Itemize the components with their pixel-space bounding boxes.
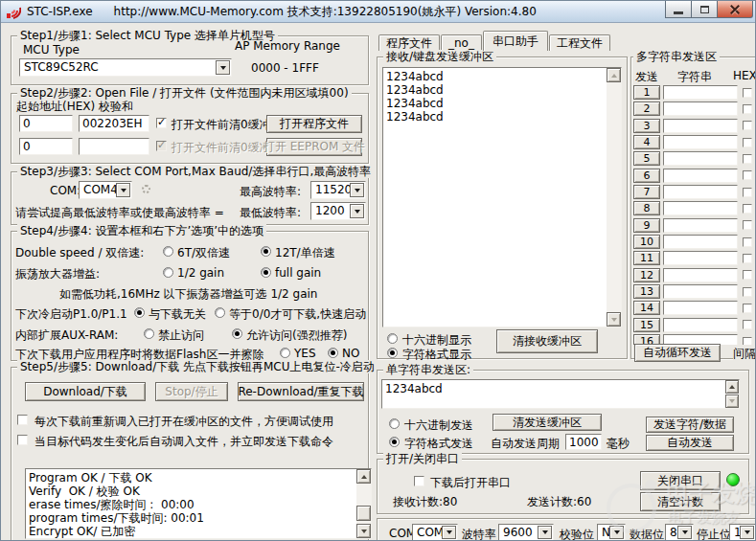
multi-send-row-input[interactable]	[663, 235, 738, 249]
multi-send-row-input[interactable]	[663, 185, 738, 199]
log-scroll-thumb[interactable]	[356, 506, 371, 521]
multi-send-row-button[interactable]: 11	[633, 251, 660, 265]
radio-char-display[interactable]	[387, 348, 398, 358]
multi-send-row-input[interactable]	[663, 169, 738, 183]
radio-aux-disable[interactable]	[144, 328, 154, 339]
clear-receive-buffer-button[interactable]: 清接收缓冲区	[496, 329, 598, 353]
auto-reload-checkbox[interactable]	[17, 435, 28, 445]
open-port-after-download-checkbox[interactable]	[414, 476, 424, 486]
multi-send-row-input[interactable]	[663, 101, 738, 116]
tab-1[interactable]: _no_	[441, 34, 482, 51]
radio-download-independent[interactable]	[134, 307, 145, 318]
open-program-file-button[interactable]: 打开程序文件	[266, 115, 362, 133]
single-scroll-down-button[interactable]	[725, 394, 739, 408]
multi-send-row-button[interactable]: 3	[633, 119, 660, 133]
single-scroll-up-button[interactable]	[725, 380, 739, 394]
tab-2[interactable]: 串口助手	[483, 31, 548, 51]
multi-send-row-input[interactable]	[663, 151, 738, 166]
multi-send-row-hex-checkbox[interactable]	[743, 337, 752, 345]
auto-send-period-input[interactable]: 1000	[565, 434, 602, 450]
radio-full-gain[interactable]	[261, 267, 271, 278]
clear-send-buffer-button[interactable]: 清发送缓冲区	[493, 414, 602, 431]
minimize-button[interactable]	[665, 1, 692, 18]
radio-12t[interactable]	[261, 246, 271, 257]
multi-send-row-input[interactable]	[663, 268, 738, 282]
multi-send-row-hex-checkbox[interactable]	[743, 237, 752, 247]
clear-buffer-program-checkbox[interactable]	[156, 118, 167, 128]
multi-send-row-button[interactable]: 1	[633, 85, 660, 100]
log-scroll-up-button[interactable]	[356, 469, 371, 484]
program-start-addr-input[interactable]: 0	[19, 115, 73, 132]
send-data-button[interactable]: 发送字符/数据	[646, 417, 734, 433]
multi-send-row-input[interactable]	[663, 318, 738, 332]
stopbits-setting-select[interactable]: 1	[729, 524, 756, 541]
close-button[interactable]	[717, 1, 753, 18]
eeprom-start-addr-input[interactable]: 0	[19, 138, 73, 155]
tab-3[interactable]: 工程文件	[549, 34, 610, 51]
chevron-down-icon[interactable]	[609, 526, 624, 539]
multi-send-row-button[interactable]: 14	[633, 301, 660, 315]
receive-scroll-up-button[interactable]	[607, 68, 621, 82]
com-setting-select[interactable]: COM5	[412, 524, 458, 541]
chevron-down-icon[interactable]	[740, 526, 754, 539]
multi-send-row-hex-checkbox[interactable]	[743, 220, 752, 230]
multi-send-row-hex-checkbox[interactable]	[743, 254, 752, 263]
multi-send-row-hex-checkbox[interactable]	[743, 104, 752, 114]
radio-char-send[interactable]	[389, 437, 400, 447]
chevron-down-icon[interactable]	[350, 204, 364, 218]
com-port-select[interactable]: COM4	[79, 181, 132, 199]
multi-send-row-hex-checkbox[interactable]	[743, 320, 752, 329]
multi-send-row-hex-checkbox[interactable]	[743, 204, 752, 214]
chevron-down-icon[interactable]	[538, 526, 552, 539]
multi-send-row-button[interactable]: 15	[633, 318, 660, 332]
maximize-button[interactable]	[691, 1, 718, 18]
chevron-down-icon[interactable]	[442, 526, 456, 539]
multi-send-row-button[interactable]: 10	[633, 235, 660, 249]
chevron-down-icon[interactable]	[116, 183, 130, 197]
receive-scrollbar[interactable]	[607, 68, 621, 327]
chevron-down-icon[interactable]	[677, 526, 692, 539]
reload-before-download-checkbox[interactable]	[17, 415, 28, 425]
multi-send-row-hex-checkbox[interactable]	[743, 304, 752, 313]
multi-send-row-input[interactable]	[663, 119, 738, 133]
multi-send-row-input[interactable]	[663, 218, 738, 233]
multi-send-row-button[interactable]: 9	[633, 218, 660, 233]
receive-scroll-down-button[interactable]	[607, 312, 621, 327]
radio-half-gain[interactable]	[163, 267, 173, 278]
multi-send-row-input[interactable]	[663, 301, 738, 315]
radio-erase-yes[interactable]	[280, 348, 290, 358]
redownload-button[interactable]: Re-Download/重复下载	[238, 382, 364, 401]
multi-send-row-input[interactable]	[663, 85, 738, 100]
parity-setting-select[interactable]: N	[597, 524, 626, 541]
multi-send-row-hex-checkbox[interactable]	[743, 287, 752, 297]
multi-send-row-button[interactable]: 4	[633, 135, 660, 149]
baud-setting-select[interactable]: 9600	[498, 524, 554, 541]
radio-hex-send[interactable]	[389, 418, 400, 429]
multi-send-row-hex-checkbox[interactable]	[743, 188, 752, 197]
multi-send-row-hex-checkbox[interactable]	[743, 88, 752, 98]
radio-aux-enable[interactable]	[232, 328, 242, 339]
eeprom-checksum-input[interactable]	[79, 138, 149, 155]
multi-send-row-button[interactable]: 2	[633, 101, 660, 116]
multi-send-row-input[interactable]	[663, 284, 738, 299]
min-baud-select[interactable]: 1200	[310, 202, 366, 220]
tab-0[interactable]: 程序文件	[378, 34, 440, 51]
multi-send-row-button[interactable]: 5	[633, 151, 660, 166]
receive-buffer-textarea[interactable]: 1234abcd 1234abcd 1234abcd 1234abcd	[382, 67, 622, 327]
chevron-down-icon[interactable]	[350, 183, 364, 197]
radio-hex-display[interactable]	[387, 333, 398, 344]
chevron-down-icon[interactable]	[216, 60, 230, 75]
multi-send-row-input[interactable]	[663, 201, 738, 215]
auto-send-button[interactable]: 自动发送	[646, 435, 734, 451]
download-button[interactable]: Download/下载	[25, 382, 146, 401]
program-checksum-input[interactable]: 002203EH	[79, 115, 149, 132]
multi-send-row-input[interactable]	[663, 135, 738, 149]
radio-6t[interactable]	[163, 246, 173, 257]
multi-send-row-button[interactable]: 13	[633, 284, 660, 299]
radio-p10-p11[interactable]	[215, 307, 225, 318]
close-port-button[interactable]: 关闭串口	[640, 471, 721, 490]
clear-count-button[interactable]: 清空计数	[640, 492, 721, 511]
log-textarea[interactable]: Program OK / 下载 OK Verify OK / 校验 OK era…	[25, 468, 372, 539]
log-scroll-down-button[interactable]	[356, 524, 371, 538]
multi-send-row-button[interactable]: 6	[633, 169, 660, 183]
